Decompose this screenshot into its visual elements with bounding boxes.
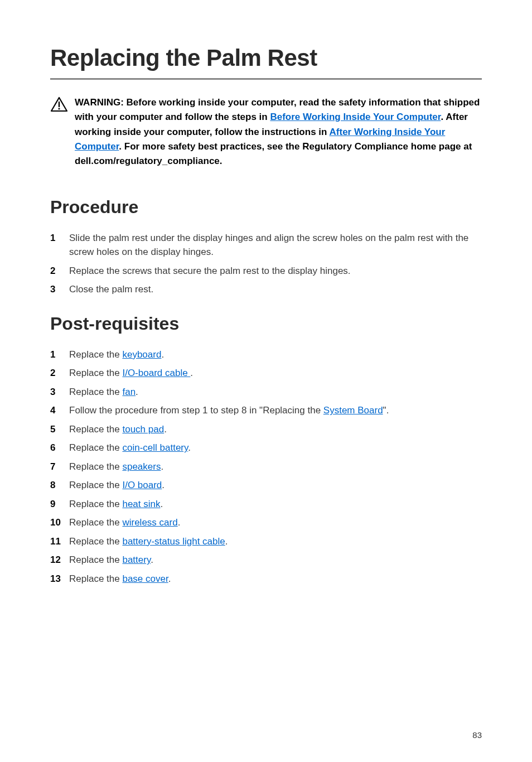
link-wireless-card[interactable]: wireless card (122, 517, 177, 528)
postreq-step: 1 Replace the keyboard. (50, 348, 482, 362)
step-text: Replace the base cover. (69, 572, 482, 586)
step-text: Replace the touch pad. (69, 422, 482, 437)
postreq-step: 2 Replace the I/O-board cable . (50, 366, 482, 380)
step-prefix: Replace the (69, 349, 122, 360)
postreq-step: 8 Replace the I/O board. (50, 478, 482, 493)
step-follow-prefix: Follow the procedure from step 1 to step… (69, 405, 323, 416)
page-number: 83 (472, 730, 482, 740)
step-text: Replace the heat sink. (69, 497, 482, 512)
step-number: 13 (50, 572, 69, 586)
step-number: 2 (50, 264, 69, 278)
step-number: 11 (50, 534, 69, 549)
link-speakers[interactable]: speakers (122, 461, 161, 472)
step-suffix: . (178, 517, 181, 528)
step-text: Slide the palm rest under the display hi… (69, 231, 482, 259)
step-text: Replace the I/O-board cable . (69, 366, 482, 380)
warning-suffix: . For more safety best practices, see th… (75, 141, 472, 166)
link-touch-pad[interactable]: touch pad (122, 424, 164, 435)
step-number: 6 (50, 441, 69, 455)
step-text: Replace the fan. (69, 385, 482, 399)
postreq-step: 13 Replace the base cover. (50, 572, 482, 586)
postreq-step: 11 Replace the battery-status light cabl… (50, 534, 482, 549)
step-number: 8 (50, 478, 69, 493)
step-suffix: . (151, 554, 153, 565)
step-prefix: Replace the (69, 387, 122, 397)
postreq-step: 10 Replace the wireless card. (50, 515, 482, 530)
step-number: 3 (50, 385, 69, 399)
step-text: Replace the I/O board. (69, 478, 482, 493)
step-number: 3 (50, 282, 69, 297)
link-fan[interactable]: fan (122, 387, 136, 397)
link-battery[interactable]: battery (122, 554, 151, 565)
step-suffix: . (136, 387, 138, 397)
step-number: 5 (50, 422, 69, 437)
postreq-step: 6 Replace the coin-cell battery. (50, 441, 482, 455)
step-follow-suffix: ". (383, 405, 389, 416)
step-text: Replace the speakers. (69, 460, 482, 474)
step-text: Close the palm rest. (69, 282, 482, 297)
link-system-board[interactable]: System Board (323, 405, 383, 416)
step-suffix: . (161, 349, 164, 360)
step-number: 1 (50, 231, 69, 245)
link-io-board-cable[interactable]: I/O-board cable (122, 368, 190, 378)
step-number: 7 (50, 460, 69, 474)
step-prefix: Replace the (69, 554, 122, 565)
step-text: Replace the keyboard. (69, 348, 482, 362)
step-text: Replace the screws that secure the palm … (69, 264, 482, 278)
step-prefix: Replace the (69, 424, 122, 435)
step-number: 12 (50, 553, 69, 567)
step-suffix: . (161, 499, 163, 509)
step-prefix: Replace the (69, 368, 122, 378)
postreq-heading: Post-requisites (50, 314, 482, 334)
step-prefix: Replace the (69, 536, 122, 547)
step-prefix: Replace the (69, 517, 122, 528)
step-prefix: Replace the (69, 480, 122, 490)
postreq-step: 3 Replace the fan. (50, 385, 482, 399)
step-text: Follow the procedure from step 1 to step… (69, 403, 482, 418)
page-title: Replacing the Palm Rest (50, 45, 482, 80)
warning-block: WARNING: Before working inside your comp… (50, 91, 482, 169)
link-io-board[interactable]: I/O board (122, 480, 162, 490)
step-text: Replace the battery-status light cable. (69, 534, 482, 549)
step-suffix: . (164, 424, 167, 435)
svg-point-1 (58, 108, 60, 109)
warning-triangle-icon (50, 97, 68, 114)
postreq-step: 5 Replace the touch pad. (50, 422, 482, 437)
link-base-cover[interactable]: base cover (122, 573, 168, 584)
step-prefix: Replace the (69, 461, 122, 472)
warning-text: WARNING: Before working inside your comp… (75, 95, 482, 169)
procedure-step: 3 Close the palm rest. (50, 282, 482, 297)
procedure-step: 1 Slide the palm rest under the display … (50, 231, 482, 259)
step-number: 2 (50, 366, 69, 380)
step-prefix: Replace the (69, 499, 122, 509)
postreq-list: 1 Replace the keyboard. 2 Replace the I/… (50, 348, 482, 586)
step-suffix: . (168, 573, 171, 584)
step-text: Replace the battery. (69, 553, 482, 567)
step-prefix: Replace the (69, 442, 122, 453)
link-coin-cell-battery[interactable]: coin-cell battery (122, 442, 188, 453)
link-before-working[interactable]: Before Working Inside Your Computer (270, 112, 441, 122)
postreq-step: 7 Replace the speakers. (50, 460, 482, 474)
link-battery-status-light-cable[interactable]: battery-status light cable (122, 536, 225, 547)
link-heat-sink[interactable]: heat sink (122, 499, 160, 509)
postreq-step: 9 Replace the heat sink. (50, 497, 482, 512)
procedure-heading: Procedure (50, 197, 482, 218)
link-keyboard[interactable]: keyboard (122, 349, 161, 360)
step-text: Replace the coin-cell battery. (69, 441, 482, 455)
postreq-step: 12 Replace the battery. (50, 553, 482, 567)
step-number: 9 (50, 497, 69, 512)
procedure-step: 2 Replace the screws that secure the pal… (50, 264, 482, 278)
step-number: 4 (50, 403, 69, 418)
step-suffix: . (162, 480, 165, 490)
step-number: 10 (50, 515, 69, 530)
step-prefix: Replace the (69, 573, 122, 584)
procedure-list: 1 Slide the palm rest under the display … (50, 231, 482, 297)
step-suffix: . (188, 442, 191, 453)
step-suffix: . (190, 368, 193, 378)
step-suffix: . (225, 536, 228, 547)
step-number: 1 (50, 348, 69, 362)
postreq-step: 4 Follow the procedure from step 1 to st… (50, 403, 482, 418)
step-suffix: . (161, 461, 163, 472)
step-text: Replace the wireless card. (69, 515, 482, 530)
